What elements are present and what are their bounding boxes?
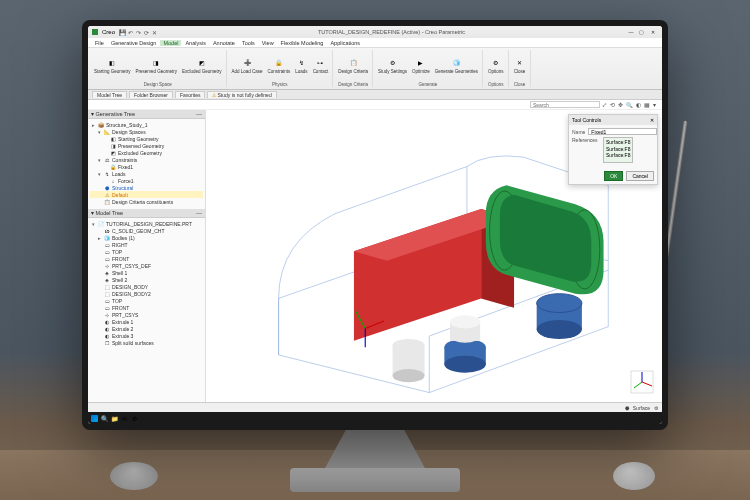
qat-save-icon[interactable]: 💾 (119, 29, 125, 35)
menu-view[interactable]: View (259, 40, 277, 46)
cancel-button[interactable]: Cancel (626, 171, 654, 181)
maximize-icon[interactable]: ▢ (637, 28, 647, 36)
ribbon-starting-geometry[interactable]: ◧Starting Geometry (92, 56, 133, 76)
taskbar-app-icon[interactable]: 📁 (111, 415, 118, 422)
qat-undo-icon[interactable]: ↶ (127, 29, 133, 35)
taskbar-app-icon[interactable]: ⚙ (131, 415, 138, 422)
ribbon-excluded-geometry[interactable]: ◩Excluded Geometry (180, 56, 224, 76)
tree-item-structural[interactable]: ⬣Structural (90, 184, 203, 191)
view-fit-icon[interactable]: ⤢ (602, 102, 607, 108)
tree-item-top[interactable]: ▭TOP (90, 297, 203, 304)
ribbon: ◧Starting Geometry◨Preserved Geometry◩Ex… (88, 48, 662, 90)
ok-button[interactable]: OK (604, 171, 623, 181)
panel-close-icon[interactable]: ✕ (650, 117, 654, 123)
view-shade-icon[interactable]: ◐ (636, 102, 641, 108)
tree-item-design-body2[interactable]: ⬚DESIGN_BODY2 (90, 290, 203, 297)
status-item[interactable]: Surface (633, 405, 650, 411)
tree-item-extrude-3[interactable]: ◐Extrude 3 (90, 332, 203, 339)
start-button-icon[interactable] (91, 415, 98, 422)
tree-item-front[interactable]: ▭FRONT (90, 304, 203, 311)
tree-item-extrude-1[interactable]: ◐Extrude 1 (90, 318, 203, 325)
view-rotate-icon[interactable]: ⟲ (610, 102, 615, 108)
menu-flexible-modeling[interactable]: Flexible Modeling (278, 40, 327, 46)
ribbon-options[interactable]: ⚙Options (486, 56, 506, 76)
view-pan-icon[interactable]: ✥ (618, 102, 623, 108)
tree-item-default[interactable]: ⚠Default (90, 191, 203, 198)
qat-redo-icon[interactable]: ↷ (135, 29, 141, 35)
tree-twisty-icon[interactable]: ▾ (96, 171, 102, 177)
menu-model[interactable]: Model (160, 40, 181, 46)
ribbon-optimize[interactable]: ▶Optimize (410, 56, 432, 76)
tree-item-front[interactable]: ▭FRONT (90, 255, 203, 262)
tree-item-shell-1[interactable]: ◈Shell 1 (90, 269, 203, 276)
name-input[interactable] (588, 128, 657, 135)
tree-item-shell-2[interactable]: ◈Shell 2 (90, 276, 203, 283)
tree-item-structure-study-1[interactable]: ▸📦Structure_Study_1 (90, 121, 203, 128)
ribbon-generate-geometries[interactable]: 🧊Generate Geometries (433, 56, 480, 76)
tree-item-excluded-geometry[interactable]: ◩Excluded Geometry (90, 149, 203, 156)
reference-item[interactable]: Surface:F8 (606, 139, 630, 146)
tree-item-prt-csys[interactable]: ⊹PRT_CSYS (90, 311, 203, 318)
tab-folder-browser[interactable]: Folder Browser (129, 91, 173, 98)
view-triad-icon[interactable] (630, 370, 654, 394)
tree-item-force1[interactable]: ↓Force1 (90, 177, 203, 184)
qat-close-icon[interactable]: ✕ (151, 29, 157, 35)
ribbon-contact[interactable]: ⊶Contact (311, 56, 331, 76)
references-list[interactable]: Surface:F8Surface:F8Surface:F8 (603, 137, 633, 163)
tree-item-design-body[interactable]: ⬚DESIGN_BODY (90, 283, 203, 290)
ribbon-close[interactable]: ✕Close (512, 56, 528, 76)
reference-item[interactable]: Surface:F8 (606, 152, 630, 159)
taskbar-app-icon[interactable]: 🔍 (101, 415, 108, 422)
menu-file[interactable]: File (92, 40, 107, 46)
view-zoom-icon[interactable]: 🔍 (626, 102, 633, 108)
tree-twisty-icon[interactable]: ▸ (96, 235, 102, 241)
ribbon-add-load-case[interactable]: ➕Add Load Case (230, 56, 265, 76)
tab-favorites[interactable]: Favorites (175, 91, 206, 98)
tree-item-design-spaces[interactable]: ▾📐Design Spaces (90, 128, 203, 135)
tree-item-split-solid-surfaces[interactable]: ☐Split solid surfaces (90, 339, 203, 346)
tree-item-constraints[interactable]: ▾⚖Constraints (90, 156, 203, 163)
close-window-icon[interactable]: ✕ (648, 28, 658, 36)
search-input[interactable] (530, 101, 600, 108)
tree-item-preserved-geometry[interactable]: ◨Preserved Geometry (90, 142, 203, 149)
menu-analysis[interactable]: Analysis (182, 40, 208, 46)
view-wire-icon[interactable]: ▦ (644, 102, 650, 108)
model-tree-options-icon[interactable]: ⋯ (196, 210, 202, 216)
view-saved-icon[interactable]: ▾ (653, 102, 656, 108)
tree-item-right[interactable]: ▭RIGHT (90, 241, 203, 248)
menu-tools[interactable]: Tools (239, 40, 258, 46)
tree-options-icon[interactable]: ⋯ (196, 111, 202, 117)
tree-twisty-icon[interactable]: ▸ (90, 122, 96, 128)
tree-twisty-icon[interactable]: ▾ (96, 129, 102, 135)
ribbon-loads[interactable]: ↯Loads (293, 56, 309, 76)
tree-twisty-icon[interactable]: ▾ (96, 157, 102, 163)
ribbon-design-criteria[interactable]: 📋Design Criteria (336, 56, 370, 76)
tree-item-bodies-1-[interactable]: ▸🧊Bodies (1) (90, 234, 203, 241)
tree-item-design-criteria-constituents[interactable]: 📋Design Criteria constituents (90, 198, 203, 205)
menu-applications[interactable]: Applications (327, 40, 363, 46)
tree-item-top[interactable]: ▭TOP (90, 248, 203, 255)
taskbar-app-icon[interactable]: ✉ (121, 415, 128, 422)
tree-twisty-icon[interactable]: ▾ (90, 221, 96, 227)
viewport-3d[interactable]: Tool Controls✕ Name References Surface:F… (206, 110, 662, 402)
ribbon-preserved-geometry[interactable]: ◨Preserved Geometry (134, 56, 180, 76)
menu-generative-design[interactable]: Generative Design (108, 40, 160, 46)
tree-item-extrude-2[interactable]: ◐Extrude 2 (90, 325, 203, 332)
minimize-icon[interactable]: — (626, 28, 636, 36)
tree-node-icon: ⬚ (104, 291, 110, 297)
tree-item-starting-geometry[interactable]: ◧Starting Geometry (90, 135, 203, 142)
tree-item-loads[interactable]: ▾↯Loads (90, 170, 203, 177)
tree-node-icon: ⊹ (104, 263, 110, 269)
tree-item-c-solid-geom-cht[interactable]: 🗁C_SOLID_GEOM_CHT (90, 227, 203, 234)
tab-model-tree[interactable]: Model Tree (92, 91, 127, 98)
tab-study-is-not-fully-defined[interactable]: Study is not fully defined (207, 91, 276, 98)
menu-annotate[interactable]: Annotate (210, 40, 238, 46)
tree-item-prt-csys-def[interactable]: ⊹PRT_CSYS_DEF (90, 262, 203, 269)
ribbon-constraints[interactable]: 🔒Constraints (266, 56, 293, 76)
tree-item-tutorial-design-redefine-prt[interactable]: ▾📄TUTORIAL_DESIGN_REDEFINE.PRT (90, 220, 203, 227)
tree-item-fixed1[interactable]: 🔒Fixed1 (90, 163, 203, 170)
qat-regen-icon[interactable]: ⟳ (143, 29, 149, 35)
status-item[interactable]: ⬣ (625, 405, 629, 411)
ribbon-study-settings[interactable]: ⚙Study Settings (376, 56, 409, 76)
status-item[interactable]: ⚙ (654, 405, 658, 411)
